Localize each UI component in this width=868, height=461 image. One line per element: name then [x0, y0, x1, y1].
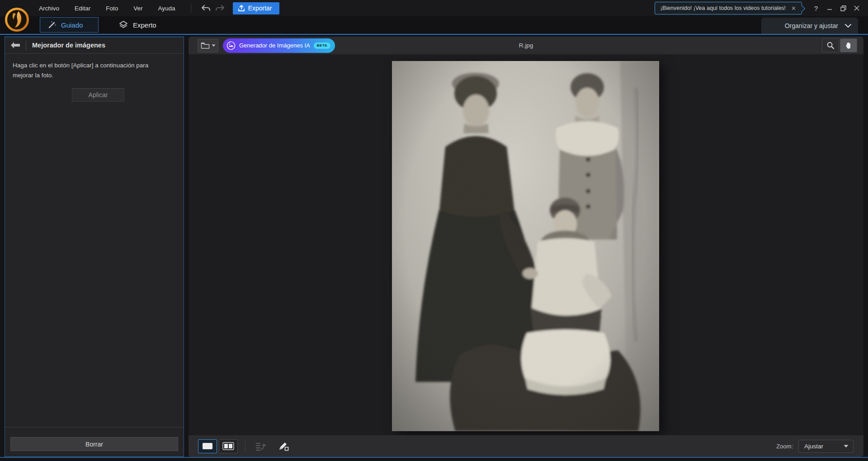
photo-canvas-area: [189, 54, 863, 435]
tooltip-close-button[interactable]: ✕: [790, 5, 797, 12]
panel-header-separator: [26, 40, 26, 50]
single-view-button[interactable]: [198, 439, 217, 453]
ai-image-generator-button[interactable]: Generador de Imágenes IA BETA: [223, 38, 335, 53]
edit-pencil-icon: [278, 441, 289, 451]
export-label: Exportar: [248, 5, 272, 12]
export-button[interactable]: Exportar: [233, 2, 279, 14]
panel-footer-divider: [5, 427, 184, 428]
menu-ayuda[interactable]: Ayuda: [157, 3, 176, 14]
zoom-level-dropdown[interactable]: Ajustar: [798, 440, 854, 453]
welcome-tooltip: ¡Bienvenido! ¡Vea aquí todos los videos …: [655, 2, 802, 14]
back-button[interactable]: [5, 37, 26, 53]
help-icon: ?: [814, 5, 818, 12]
split-view-icon: [222, 442, 234, 450]
content-toolbar: Generador de Imágenes IA BETA: [189, 37, 863, 54]
restore-window-icon: [840, 5, 846, 11]
panel-header: Mejorador de imágenes: [5, 37, 184, 54]
menu-foto[interactable]: Foto: [105, 3, 119, 14]
menubar: Archivo Editar Foto Ver Ayuda: [38, 3, 176, 14]
open-folder-button[interactable]: [198, 39, 218, 52]
organize-adjust-button[interactable]: Organizar y ajustar: [761, 18, 858, 34]
tab-expert[interactable]: Experto: [111, 17, 164, 33]
tab-guided[interactable]: Guiado: [40, 17, 99, 33]
menu-ver[interactable]: Ver: [132, 3, 143, 14]
ai-image-icon: [226, 41, 236, 50]
layers-icon: [118, 20, 128, 29]
close-window-icon: [854, 5, 859, 11]
ai-button-label: Generador de Imágenes IA: [239, 42, 310, 49]
hand-pan-icon: [844, 42, 853, 50]
photodirector-window: Archivo Editar Foto Ver Ayuda Exportar ¡: [0, 0, 868, 461]
zoom-tool-button[interactable]: [822, 38, 839, 52]
edit-pencil-button[interactable]: [275, 439, 292, 453]
close-icon: ✕: [791, 5, 796, 12]
hand-pan-tool-button[interactable]: [840, 38, 857, 52]
tooltip-pointer: [799, 5, 805, 12]
split-view-button[interactable]: [219, 439, 238, 453]
folder-dropdown-arrow-icon: [212, 44, 216, 47]
folder-icon: [201, 42, 210, 49]
panel-title: Mejorador de imágenes: [32, 42, 105, 49]
tab-expert-label: Experto: [133, 21, 156, 29]
undo-button[interactable]: [199, 2, 213, 14]
back-arrow-icon: [10, 42, 21, 49]
close-window-button[interactable]: [850, 2, 863, 14]
redo-icon: [215, 4, 225, 12]
organize-label: Organizar y ajustar: [785, 22, 838, 29]
magic-wand-icon: [47, 20, 57, 29]
panel-instruction: Haga clic en el botón [Aplicar] a contin…: [13, 61, 169, 80]
copy-adjustments-icon: [255, 441, 267, 451]
bottom-toolbar: Zoom: Ajustar: [189, 435, 863, 457]
apply-button[interactable]: Aplicar: [72, 88, 124, 102]
chevron-down-icon: [844, 24, 852, 28]
minimize-icon: [827, 5, 832, 11]
guided-side-panel: Mejorador de imágenes Haga clic en el bo…: [5, 37, 184, 457]
single-view-icon: [202, 442, 213, 450]
bottom-accent-line: [0, 457, 868, 458]
redo-button[interactable]: [213, 2, 226, 14]
main-content-panel: Generador de Imágenes IA BETA: [189, 37, 863, 457]
menu-editar[interactable]: Editar: [74, 3, 91, 14]
zoom-control-group: Zoom: Ajustar: [776, 440, 854, 453]
bottom-toolbar-separator: [245, 440, 245, 452]
zoom-label: Zoom:: [776, 443, 793, 450]
accent-divider: [0, 34, 868, 35]
help-button[interactable]: ?: [809, 2, 823, 14]
toolbar-separator: [191, 4, 191, 13]
photo-canvas[interactable]: [392, 61, 659, 431]
titlebar-right: ¡Bienvenido! ¡Vea aquí todos los videos …: [655, 2, 868, 14]
navigation-tools: [822, 38, 857, 52]
welcome-tooltip-text: ¡Bienvenido! ¡Vea aquí todos los videos …: [660, 5, 786, 11]
zoom-level-value: Ajustar: [804, 443, 823, 450]
dropdown-arrow-icon: [844, 445, 849, 448]
beta-badge: BETA: [314, 42, 330, 49]
tab-guided-label: Guiado: [61, 21, 83, 29]
zoom-magnifier-icon: [826, 42, 835, 50]
export-upload-icon: [238, 5, 245, 12]
copy-adjustments-button[interactable]: [253, 439, 269, 453]
menu-archivo[interactable]: Archivo: [38, 3, 60, 14]
minimize-button[interactable]: [823, 2, 836, 14]
clear-button[interactable]: Borrar: [10, 437, 178, 451]
undo-icon: [201, 4, 211, 12]
titlebar: Archivo Editar Foto Ver Ayuda Exportar ¡: [0, 0, 868, 16]
modebar: Guiado Experto Organizar y ajustar: [0, 16, 868, 34]
restore-window-button[interactable]: [836, 2, 850, 14]
photodirector-logo: [5, 8, 29, 32]
